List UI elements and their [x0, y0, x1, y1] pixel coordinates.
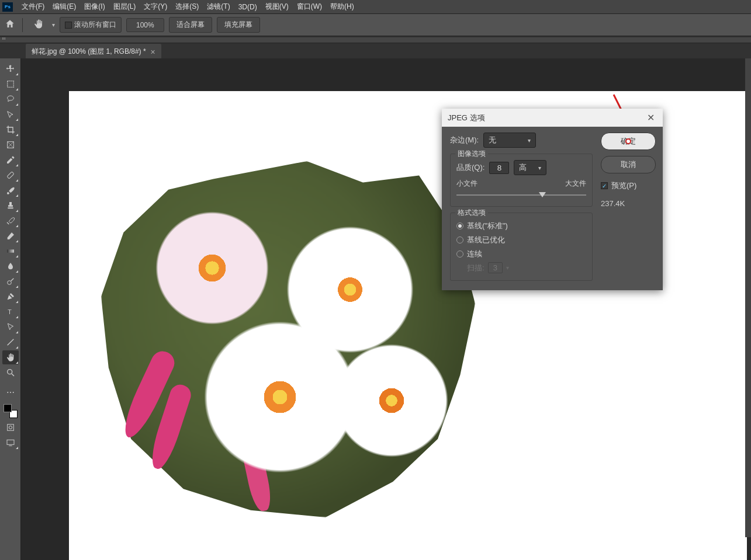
quality-input[interactable]	[489, 162, 509, 174]
slider-thumb[interactable]	[539, 192, 546, 197]
svg-text:T: T	[8, 308, 12, 315]
menu-layer[interactable]: 图层(L)	[109, 0, 140, 13]
svg-rect-4	[6, 172, 13, 179]
path-select-tool[interactable]	[2, 320, 19, 334]
hand-tool-icon[interactable]	[33, 19, 44, 31]
frame-tool[interactable]	[2, 138, 19, 152]
menu-3d[interactable]: 3D(D)	[234, 1, 261, 13]
radio-progressive-label: 连续	[467, 249, 482, 259]
radio-icon	[456, 251, 463, 258]
menu-view[interactable]: 视图(V)	[261, 0, 293, 13]
checkbox-icon	[65, 22, 72, 29]
healing-tool[interactable]	[2, 168, 19, 182]
right-panel-collapsed[interactable]	[745, 58, 751, 537]
svg-point-13	[9, 426, 12, 429]
app-logo: Ps	[2, 2, 13, 12]
format-options-legend: 格式选项	[455, 208, 488, 218]
ok-button[interactable]: 确定	[601, 133, 656, 150]
gradient-tool[interactable]	[2, 244, 19, 258]
pen-tool[interactable]	[2, 290, 19, 304]
quick-select-tool[interactable]	[2, 107, 19, 121]
dialog-titlebar[interactable]: JPEG 选项 ✕	[442, 109, 663, 127]
fill-screen-button[interactable]: 填充屏幕	[217, 17, 260, 33]
svg-point-6	[7, 281, 11, 285]
chevron-down-icon: ▾	[538, 165, 541, 171]
move-tool[interactable]	[2, 62, 19, 76]
menu-help[interactable]: 帮助(H)	[326, 0, 358, 13]
menu-filter[interactable]: 滤镜(T)	[203, 0, 234, 13]
matte-value: 无	[489, 135, 496, 145]
document-tabbar: 鲜花.jpg @ 100% (图层 1, RGB/8#) * ×	[0, 43, 751, 60]
quality-preset-value: 高	[519, 162, 527, 173]
divider	[22, 18, 23, 32]
menu-file[interactable]: 文件(F)	[18, 0, 49, 13]
radio-icon	[456, 236, 463, 244]
history-brush-tool[interactable]	[2, 214, 19, 228]
menu-select[interactable]: 选择(S)	[171, 0, 203, 13]
zoom-level[interactable]: 100%	[126, 18, 164, 32]
options-bar: ▾ 滚动所有窗口 100% 适合屏幕 填充屏幕	[0, 14, 751, 36]
document-tab[interactable]: 鲜花.jpg @ 100% (图层 1, RGB/8#) * ×	[26, 44, 161, 60]
svg-rect-5	[7, 249, 14, 252]
cancel-button[interactable]: 取消	[601, 156, 656, 173]
svg-point-10	[7, 370, 12, 374]
menu-bar: Ps 文件(F) 编辑(E) 图像(I) 图层(L) 文字(Y) 选择(S) 滤…	[0, 0, 751, 14]
menu-edit[interactable]: 编辑(E)	[49, 0, 80, 13]
menu-window[interactable]: 窗口(W)	[293, 0, 326, 13]
blur-tool[interactable]	[2, 259, 19, 273]
tool-panel: T ⋯	[0, 58, 21, 560]
scroll-all-label: 滚动所有窗口	[74, 20, 116, 30]
svg-line-9	[7, 339, 13, 346]
stamp-tool[interactable]	[2, 199, 19, 213]
zoom-tool[interactable]	[2, 366, 19, 380]
close-tab-icon[interactable]: ×	[151, 47, 155, 57]
checkbox-icon	[601, 182, 608, 189]
color-swatches[interactable]	[2, 403, 19, 419]
hand-tool[interactable]	[2, 350, 19, 364]
radio-baseline-label: 基线("标准")	[467, 221, 508, 231]
fit-screen-button[interactable]: 适合屏幕	[169, 17, 212, 33]
radio-baseline[interactable]: 基线("标准")	[456, 219, 586, 233]
svg-rect-0	[7, 81, 13, 88]
svg-line-7	[11, 279, 13, 281]
marquee-tool[interactable]	[2, 77, 19, 91]
filesize-label: 237.4K	[601, 199, 656, 208]
shape-tool[interactable]	[2, 335, 19, 349]
menu-type[interactable]: 文字(Y)	[140, 0, 171, 13]
quickmask-tool[interactable]	[2, 420, 19, 434]
menu-image[interactable]: 图像(I)	[80, 0, 109, 13]
dropdown-arrow-icon[interactable]: ▾	[52, 22, 55, 28]
foreground-color[interactable]	[4, 404, 12, 412]
small-file-label: 小文件	[456, 179, 477, 189]
scan-value: 3	[488, 262, 503, 273]
matte-select[interactable]: 无 ▾	[483, 133, 536, 148]
scroll-all-windows-checkbox[interactable]: 滚动所有窗口	[60, 17, 122, 33]
quality-preset-select[interactable]: 高 ▾	[514, 160, 546, 175]
home-icon[interactable]	[5, 19, 15, 31]
crop-tool[interactable]	[2, 123, 19, 137]
panel-handle[interactable]	[0, 37, 751, 43]
format-options-group: 格式选项 基线("标准") 基线已优化 连续 扫描: 3 ▾	[450, 213, 593, 281]
radio-optimized-label: 基线已优化	[467, 235, 505, 245]
type-tool[interactable]: T	[2, 305, 19, 319]
svg-line-11	[12, 374, 14, 376]
brush-tool[interactable]	[2, 183, 19, 197]
eraser-tool[interactable]	[2, 229, 19, 243]
eyedropper-tool[interactable]	[2, 153, 19, 167]
screenmode-tool[interactable]	[2, 436, 19, 450]
image-options-group: 图像选项 品质(Q): 高 ▾ 小文件 大文件	[450, 154, 593, 207]
document-tab-title: 鲜花.jpg @ 100% (图层 1, RGB/8#) *	[32, 47, 146, 57]
svg-rect-12	[7, 425, 13, 431]
quality-slider[interactable]	[456, 191, 586, 199]
radio-icon	[456, 222, 463, 229]
jpeg-options-dialog: JPEG 选项 ✕ 杂边(M): 无 ▾ 图像选项 品质(Q): 高 ▾	[442, 109, 663, 290]
lasso-tool[interactable]	[2, 92, 19, 106]
matte-label: 杂边(M):	[450, 135, 479, 145]
close-icon[interactable]: ✕	[645, 112, 657, 123]
preview-checkbox[interactable]: 预览(P)	[601, 180, 656, 191]
dodge-tool[interactable]	[2, 274, 19, 288]
radio-progressive[interactable]: 连续	[456, 247, 586, 261]
scan-label: 扫描:	[467, 263, 484, 273]
edit-toolbar-icon[interactable]: ⋯	[2, 385, 19, 399]
radio-optimized[interactable]: 基线已优化	[456, 233, 586, 247]
